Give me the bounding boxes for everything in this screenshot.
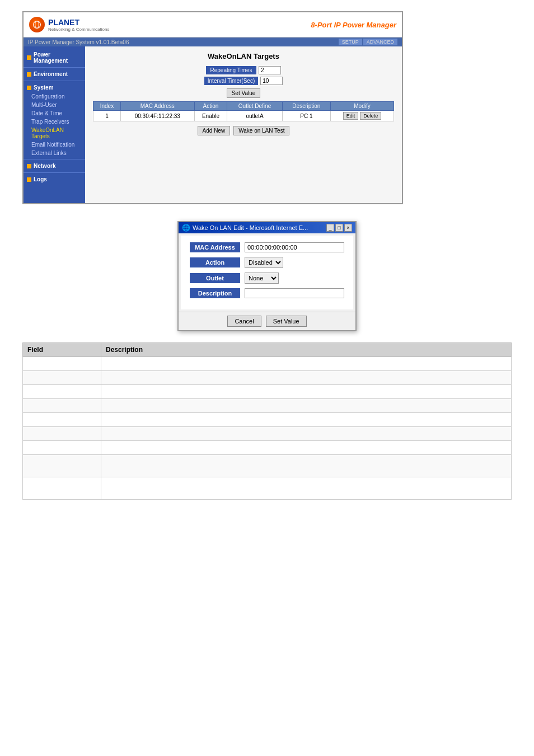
reference-table-section: Field Description [0, 337, 534, 511]
dialog-title-text: Wake On LAN Edit - Microsoft Internet E.… [193, 224, 308, 231]
sidebar-section-icon-logs [27, 177, 31, 182]
th-outlet: Outlet Define [227, 102, 282, 111]
dialog-action-select[interactable]: Disabled Enabled [245, 257, 283, 268]
sidebar-divider-2 [24, 81, 85, 81]
dialog-section: 🌐 Wake On LAN Edit - Microsoft Internet … [0, 215, 534, 337]
dialog-controls: _ □ × [326, 224, 352, 232]
delete-button[interactable]: Delete [360, 112, 381, 120]
table-row: 1 00:30:4F:11:22:33 Enable outletA PC 1 … [93, 111, 394, 121]
tab-advanced[interactable]: ADVANCED [363, 39, 397, 45]
add-new-button[interactable]: Add New [198, 126, 231, 135]
table-row [23, 399, 512, 413]
sidebar-item-date-time[interactable]: Date & Time [24, 109, 85, 118]
wakeonlan-table: Index MAC Address Action Outlet Define D… [93, 101, 394, 121]
svg-point-1 [35, 21, 39, 29]
th-index: Index [93, 102, 121, 111]
dialog-titlebar: 🌐 Wake On LAN Edit - Microsoft Internet … [179, 222, 355, 233]
table-row [23, 413, 512, 427]
svg-point-0 [34, 21, 41, 29]
dialog-minimize-button[interactable]: _ [326, 224, 334, 232]
repeating-times-row: Repeating Times [93, 66, 394, 74]
ref-td-field-6 [23, 427, 101, 441]
sidebar-section-icon-power [27, 55, 31, 60]
sidebar-item-multi-user[interactable]: Multi-User [24, 101, 85, 109]
sidebar-item-configuration[interactable]: Configuration [24, 92, 85, 101]
th-action: Action [194, 102, 227, 111]
table-header-row: Index MAC Address Action Outlet Define D… [93, 102, 394, 111]
dialog-close-button[interactable]: × [344, 224, 352, 232]
sidebar-divider-1 [24, 67, 85, 68]
planet-logo-text-block: PLANET Networking & Communications [48, 18, 109, 32]
planet-logo-icon [29, 17, 45, 32]
dialog-mac-input[interactable] [245, 242, 344, 252]
dialog-cancel-button[interactable]: Cancel [227, 316, 261, 327]
dialog-set-value-button[interactable]: Set Value [266, 316, 307, 327]
td-index: 1 [93, 111, 121, 121]
dialog-outlet-label: Outlet [190, 273, 240, 283]
ref-td-desc-7 [101, 441, 512, 455]
sidebar-section-logs: Logs [24, 175, 85, 184]
repeating-times-input[interactable] [259, 66, 281, 74]
router-body: Power Management Environment System Conf… [24, 46, 402, 203]
td-outlet: outletA [227, 111, 282, 121]
dialog-mac-row: MAC Address [190, 242, 344, 252]
tab-setup[interactable]: SETUP [339, 39, 362, 45]
router-product-title: 8-Port IP Power Manager [311, 21, 396, 29]
reference-table: Field Description [22, 342, 512, 500]
edit-button[interactable]: Edit [343, 112, 359, 120]
ref-td-field-1 [23, 357, 101, 371]
td-action: Enable [194, 111, 227, 121]
set-value-button[interactable]: Set Value [227, 88, 261, 98]
ref-td-desc-5 [101, 413, 512, 427]
interval-timer-input[interactable] [260, 77, 283, 85]
router-header: PLANET Networking & Communications 8-Por… [24, 12, 402, 37]
system-info-text: IP Power Manager System v1.01.Beta06 [28, 39, 129, 45]
ref-td-field-5 [23, 413, 101, 427]
dialog-title-left: 🌐 Wake On LAN Edit - Microsoft Internet … [182, 224, 308, 232]
ref-td-field-3 [23, 385, 101, 399]
ref-td-field-8 [23, 455, 101, 477]
ref-td-desc-4 [101, 399, 512, 413]
action-bar: Add New Wake on LAN Test [93, 126, 394, 135]
planet-logo-text: PLANET [48, 18, 109, 27]
router-panel-section: PLANET Networking & Communications 8-Por… [0, 0, 534, 215]
ref-th-field: Field [23, 343, 101, 357]
sidebar-section-env: Environment [24, 69, 85, 79]
dialog-mac-label: MAC Address [190, 242, 240, 252]
sidebar-section-logs-label: Logs [34, 176, 47, 182]
dialog-action-row: Action Disabled Enabled [190, 257, 344, 268]
dialog-restore-button[interactable]: □ [335, 224, 343, 232]
planet-logo-subtitle: Networking & Communications [48, 27, 109, 32]
dialog-description-input[interactable] [245, 288, 344, 298]
interval-timer-row: Interval Timer(Sec) [93, 77, 394, 85]
dialog-body: MAC Address Action Disabled Enabled Outl… [181, 236, 353, 309]
sidebar-section-network: Network [24, 161, 85, 171]
ref-td-desc-1 [101, 357, 512, 371]
sidebar-section-power: Power Management [24, 50, 85, 65]
sidebar-item-wakeonlan[interactable]: WakeOnLAN Targets [24, 126, 85, 140]
sidebar-section-icon-network [27, 164, 31, 168]
ref-td-field-4 [23, 399, 101, 413]
th-mac: MAC Address [120, 102, 194, 111]
router-panel: PLANET Networking & Communications 8-Por… [22, 11, 403, 204]
ref-td-desc-3 [101, 385, 512, 399]
wake-lan-test-button[interactable]: Wake on LAN Test [233, 126, 289, 135]
interval-timer-label: Interval Timer(Sec) [204, 77, 258, 85]
td-mac: 00:30:4F:11:22:33 [120, 111, 194, 121]
ref-td-field-9 [23, 477, 101, 500]
sidebar-section-env-label: Environment [34, 71, 68, 77]
td-modify: Edit Delete [330, 111, 394, 121]
sidebar-section-icon-system [27, 86, 31, 90]
ref-th-description: Description [101, 343, 512, 357]
sidebar-divider-3 [24, 159, 85, 159]
dialog-outlet-select[interactable]: None outletA outletB [245, 273, 279, 284]
sidebar-item-external-links[interactable]: External Links [24, 149, 85, 157]
dialog-action-label: Action [190, 257, 240, 267]
dialog-footer: Cancel Set Value [179, 312, 355, 330]
dialog-outlet-row: Outlet None outletA outletB [190, 273, 344, 284]
sidebar-item-email[interactable]: Email Notification [24, 140, 85, 149]
table-row [23, 427, 512, 441]
repeating-times-label: Repeating Times [206, 66, 256, 74]
sidebar-item-trap-receivers[interactable]: Trap Receivers [24, 118, 85, 126]
sidebar-section-system: System [24, 83, 85, 92]
